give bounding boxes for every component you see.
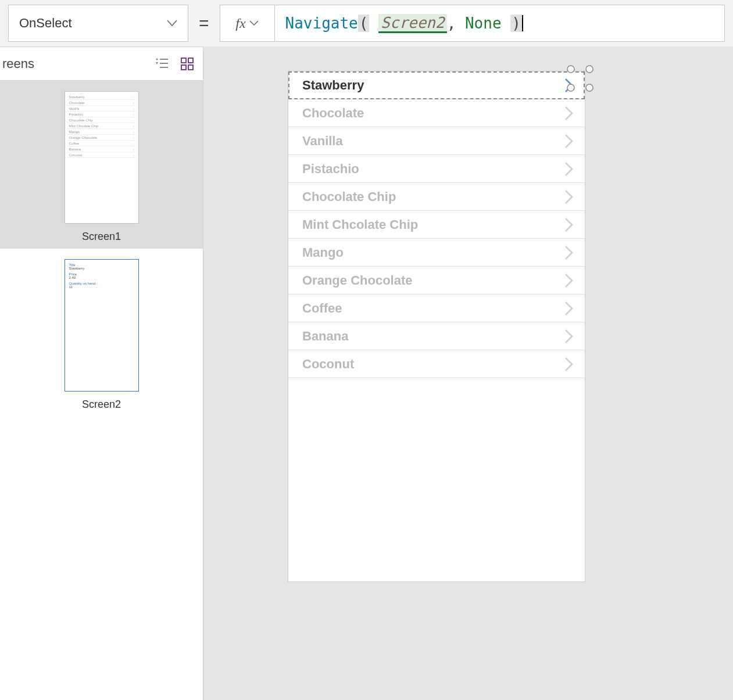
gallery-item[interactable]: Coconut xyxy=(288,350,585,378)
svg-point-9 xyxy=(586,66,593,73)
fx-button[interactable]: fx xyxy=(220,5,275,42)
gallery-item-label: Mint Chcolate Chip xyxy=(302,217,418,232)
gallery-item-label: Chocolate xyxy=(302,106,364,121)
svg-point-10 xyxy=(567,84,574,91)
formula-bar: OnSelect = fx Navigate( Screen2, None ) xyxy=(0,0,733,46)
chevron-right-icon[interactable] xyxy=(564,105,574,121)
gallery-item[interactable]: Mint Chcolate Chip xyxy=(288,211,585,239)
token-none: None xyxy=(465,15,502,32)
svg-point-8 xyxy=(567,66,574,73)
thumbnail-label: Screen1 xyxy=(7,231,196,243)
svg-rect-7 xyxy=(188,65,193,70)
svg-rect-5 xyxy=(188,58,193,63)
fx-icon: fx xyxy=(235,16,245,31)
gallery-item-label: Orange Chocolate xyxy=(302,273,412,288)
gallery-item[interactable]: Chocolate xyxy=(288,99,585,127)
gallery-item-label: Banana xyxy=(302,329,348,344)
property-name: OnSelect xyxy=(19,16,72,31)
chevron-right-icon[interactable] xyxy=(564,133,574,149)
gallery-item[interactable]: Pistachio xyxy=(288,155,585,183)
gallery-item[interactable]: Orange Chocolate xyxy=(288,267,585,295)
token-function: Navigate xyxy=(285,15,358,32)
token-comma: , xyxy=(447,15,456,32)
chevron-right-icon[interactable] xyxy=(564,245,574,261)
thumbnail-label: Screen2 xyxy=(7,399,196,411)
gallery-item-label: Chocolate Chip xyxy=(302,189,396,204)
gallery-item[interactable]: Vanilla xyxy=(288,127,585,155)
chevron-down-icon xyxy=(249,20,259,26)
gallery-item-label: Coffee xyxy=(302,301,342,316)
svg-point-3 xyxy=(156,58,158,60)
svg-rect-4 xyxy=(181,58,186,63)
gallery-item-selected[interactable]: Stawberry xyxy=(288,71,585,99)
canvas[interactable]: Stawberry Chocolate Vanilla Pistachio xyxy=(203,46,733,700)
list-view-icon[interactable] xyxy=(155,58,169,69)
gallery-item-label: Stawberry xyxy=(302,78,364,93)
equals-sign: = xyxy=(199,13,209,33)
property-dropdown[interactable]: OnSelect xyxy=(8,5,188,42)
gallery-item-label: Coconut xyxy=(302,357,354,372)
chevron-right-icon[interactable] xyxy=(564,328,574,344)
gallery-item-label: Mango xyxy=(302,245,344,260)
gallery-item[interactable]: Banana xyxy=(288,322,585,350)
token-paren-close: ) xyxy=(510,15,522,32)
svg-point-11 xyxy=(586,84,593,91)
svg-rect-6 xyxy=(181,65,186,70)
chevron-right-icon[interactable] xyxy=(564,272,574,289)
formula-input[interactable]: Navigate( Screen2, None ) xyxy=(275,5,725,42)
token-paren-open: ( xyxy=(358,15,370,32)
chevron-right-icon[interactable] xyxy=(564,356,574,372)
thumbnail-canvas: Title Stawberry Price 2.49 Quantity on h… xyxy=(65,259,139,392)
chevron-right-icon[interactable] xyxy=(564,189,574,205)
grid-view-icon[interactable] xyxy=(181,58,194,70)
gallery-item[interactable]: Coffee xyxy=(288,295,585,322)
panel-title: reens xyxy=(0,56,34,71)
gallery-item-label: Pistachio xyxy=(302,161,359,177)
text-cursor xyxy=(522,15,523,31)
screen-thumbnail-1[interactable]: Stawberry› Chocolate› Vanilla› Pistachio… xyxy=(0,81,203,249)
thumbnail-canvas: Stawberry› Chocolate› Vanilla› Pistachio… xyxy=(65,91,139,224)
selection-handles-icon xyxy=(566,64,594,92)
screen-thumbnail-2[interactable]: Title Stawberry Price 2.49 Quantity on h… xyxy=(0,249,203,417)
token-arg1: Screen2 xyxy=(378,14,447,33)
panel-header: reens xyxy=(0,47,203,81)
chevron-right-icon[interactable] xyxy=(564,161,574,177)
gallery-item-label: Vanilla xyxy=(302,134,343,149)
screens-panel: reens Stawberry xyxy=(0,46,203,700)
device-preview[interactable]: Stawberry Chocolate Vanilla Pistachio xyxy=(288,71,585,582)
gallery-item[interactable]: Mango xyxy=(288,239,585,267)
chevron-down-icon xyxy=(167,20,177,27)
gallery-item[interactable]: Chocolate Chip xyxy=(288,183,585,211)
chevron-right-icon[interactable] xyxy=(564,217,574,233)
chevron-right-icon[interactable] xyxy=(564,300,574,317)
